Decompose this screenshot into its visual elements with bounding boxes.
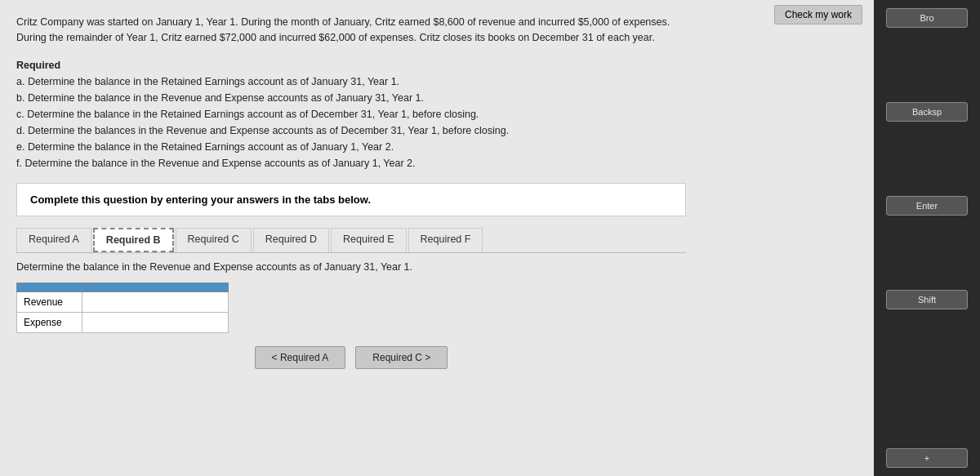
- tab-required-f[interactable]: Required F: [408, 228, 483, 252]
- revenue-value-cell: [82, 291, 229, 312]
- tab-description: Determine the balance in the Revenue and…: [16, 261, 686, 273]
- table-header-value: [82, 282, 229, 291]
- check-my-work-bar: Check my work: [763, 0, 874, 29]
- req-item-e: e. Determine the balance in the Retained…: [16, 139, 686, 155]
- revenue-input[interactable]: [89, 296, 187, 308]
- tabs-row: Required A Required B Required C Require…: [16, 228, 686, 253]
- req-item-f: f. Determine the balance in the Revenue …: [16, 155, 686, 171]
- required-label: Required: [16, 60, 60, 71]
- table-row: Revenue: [17, 291, 229, 312]
- req-item-a: a. Determine the balance in the Retained…: [16, 73, 686, 90]
- tab-required-b[interactable]: Required B: [93, 228, 174, 252]
- answer-table: Revenue Expense: [16, 282, 229, 333]
- sidebar-key-shift[interactable]: Shift: [886, 290, 968, 309]
- next-button[interactable]: Required C >: [355, 346, 448, 369]
- sidebar-key-bro[interactable]: Bro: [886, 8, 968, 28]
- complete-instruction-text: Complete this question by entering your …: [30, 194, 672, 206]
- expense-value-cell: [82, 312, 229, 332]
- req-item-c: c. Determine the balance in the Retained…: [16, 106, 686, 122]
- sidebar-key-backspace[interactable]: Backsp: [886, 102, 968, 122]
- nav-buttons: < Required A Required C >: [16, 346, 686, 369]
- revenue-label: Revenue: [17, 291, 82, 312]
- problem-intro: Critz Company was started on January 1, …: [16, 15, 686, 46]
- right-sidebar: Bro Backsp Enter Shift +: [874, 0, 980, 476]
- tab-required-e[interactable]: Required E: [331, 228, 407, 252]
- tab-required-c[interactable]: Required C: [176, 228, 252, 252]
- sidebar-key-plus[interactable]: +: [886, 448, 968, 468]
- complete-instruction-box: Complete this question by entering your …: [16, 183, 686, 216]
- expense-input[interactable]: [89, 317, 187, 328]
- table-header-empty: [17, 282, 82, 291]
- check-my-work-button[interactable]: Check my work: [774, 5, 862, 24]
- prev-button[interactable]: < Required A: [255, 346, 346, 369]
- main-content: Check my work Critz Company was started …: [0, 0, 874, 476]
- req-item-d: d. Determine the balances in the Revenue…: [16, 122, 686, 139]
- required-section: Required a. Determine the balance in the…: [16, 57, 686, 171]
- sidebar-key-enter[interactable]: Enter: [886, 196, 968, 216]
- tab-required-d[interactable]: Required D: [253, 228, 329, 252]
- req-item-b: b. Determine the balance in the Revenue …: [16, 90, 686, 106]
- table-row: Expense: [17, 312, 229, 332]
- tab-content: Determine the balance in the Revenue and…: [16, 261, 686, 369]
- tab-required-a[interactable]: Required A: [16, 228, 91, 252]
- expense-label: Expense: [17, 312, 82, 332]
